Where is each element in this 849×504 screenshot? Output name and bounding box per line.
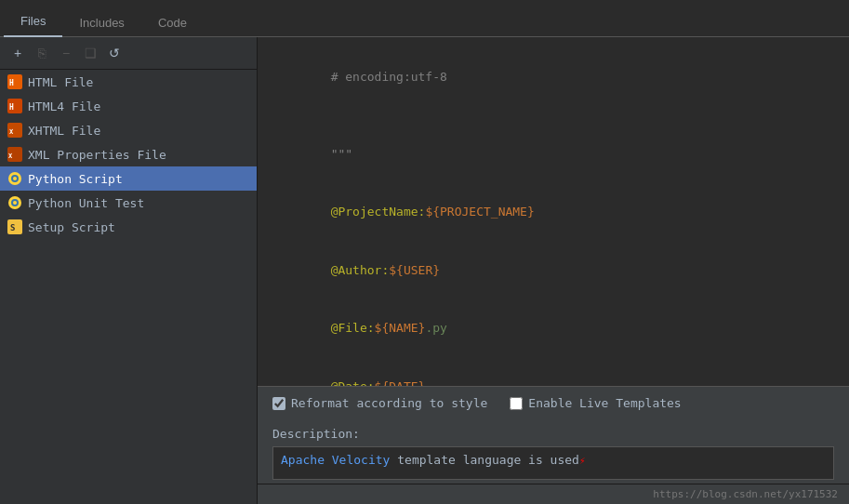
python-script-icon [7, 171, 22, 186]
live-templates-checkbox-group[interactable]: Enable Live Templates [510, 396, 681, 410]
code-line [272, 106, 834, 126]
svg-point-13 [13, 201, 17, 205]
live-templates-label: Enable Live Templates [528, 396, 681, 410]
list-item[interactable]: X XHTML File [0, 118, 257, 142]
list-item-label: Python Script [28, 172, 123, 186]
left-panel: + ⎘ − ❑ ↺ H HTML File [0, 37, 258, 504]
code-editor[interactable]: # encoding:utf-8 """ @ProjectName:${PROJ… [258, 37, 849, 386]
list-item-label: Setup Script [28, 220, 115, 234]
code-line: @Date:${DATE} [272, 358, 834, 386]
code-line: @ProjectName:${PROJECT_NAME} [272, 184, 834, 242]
options-bar: Reformat according to style Enable Live … [258, 386, 849, 419]
list-item-python-script[interactable]: Python Script [0, 166, 257, 191]
xhtml-icon: X [7, 123, 22, 138]
list-item-label: XML Properties File [28, 148, 166, 162]
main-layout: + ⎘ − ❑ ↺ H HTML File [0, 37, 849, 504]
apache-velocity-link[interactable]: Apache Velocity [281, 453, 390, 467]
tab-files[interactable]: Files [4, 7, 62, 37]
code-line: # encoding:utf-8 [272, 48, 834, 106]
description-box: Apache Velocity template language is use… [272, 446, 834, 480]
svg-text:S: S [10, 223, 15, 232]
xml-icon: X [7, 147, 22, 162]
list-item-label: Python Unit Test [28, 196, 144, 210]
list-item-setup-script[interactable]: S Setup Script [0, 215, 257, 239]
svg-text:H: H [9, 103, 14, 112]
live-templates-checkbox[interactable] [510, 397, 523, 410]
setup-script-icon: S [7, 219, 22, 234]
list-item[interactable]: H HTML4 File [0, 94, 257, 118]
code-line: @File:${NAME}.py [272, 299, 834, 357]
right-panel: # encoding:utf-8 """ @ProjectName:${PROJ… [258, 37, 849, 504]
toolbar: + ⎘ − ❑ ↺ [0, 37, 257, 70]
python-unit-test-icon [7, 195, 22, 210]
warning-icon: ⚡ [579, 455, 586, 467]
remove-button[interactable]: − [56, 43, 76, 63]
description-area: Description: Apache Velocity template la… [258, 419, 849, 484]
list-item-label: XHTML File [28, 124, 100, 138]
add-button[interactable]: + [7, 43, 28, 63]
list-item-label: HTML4 File [28, 99, 100, 113]
copy-button[interactable]: ⎘ [32, 43, 52, 63]
list-item-python-unit-test[interactable]: Python Unit Test [0, 191, 257, 215]
status-url: https://blog.csdn.net/yx171532 [653, 488, 838, 500]
tab-code[interactable]: Code [141, 8, 204, 37]
status-bar: https://blog.csdn.net/yx171532 [258, 484, 849, 504]
html-icon: H [7, 74, 22, 89]
code-line: @Author:${USER} [272, 242, 834, 299]
list-item-label: HTML File [28, 75, 93, 89]
description-text: template language is used [390, 453, 579, 467]
tab-includes[interactable]: Includes [62, 8, 140, 37]
svg-point-10 [13, 177, 17, 180]
reformat-checkbox[interactable] [272, 397, 285, 410]
list-item[interactable]: H HTML File [0, 70, 257, 94]
tab-bar: Files Includes Code [0, 0, 849, 37]
reformat-checkbox-group[interactable]: Reformat according to style [272, 396, 487, 410]
html4-icon: H [7, 99, 22, 113]
duplicate-button[interactable]: ❑ [80, 43, 100, 63]
reformat-label: Reformat according to style [291, 396, 487, 410]
list-item[interactable]: X XML Properties File [0, 142, 257, 166]
file-list: H HTML File H HTML4 File [0, 70, 257, 504]
svg-text:H: H [9, 79, 14, 87]
description-label: Description: [272, 427, 834, 441]
revert-button[interactable]: ↺ [104, 43, 125, 63]
code-line: """ [272, 126, 834, 183]
